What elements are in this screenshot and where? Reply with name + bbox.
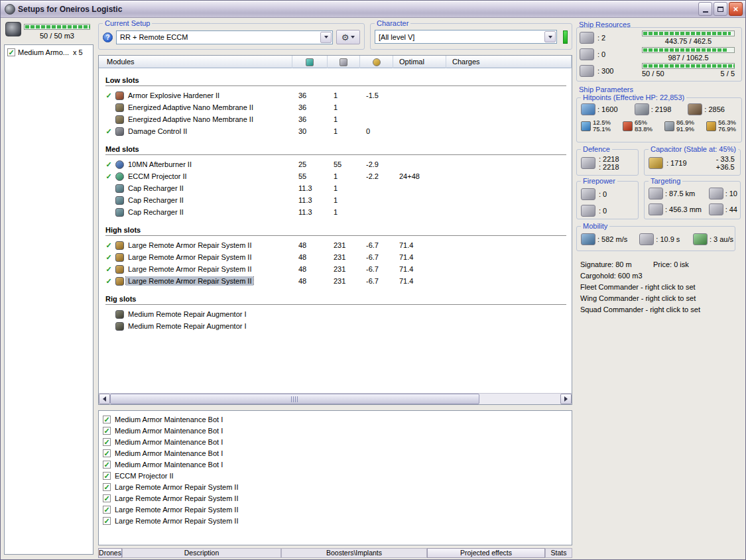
projected-item[interactable]: ✓ Large Remote Armor Repair System II [103, 515, 572, 526]
module-name[interactable]: Damage Control II [126, 127, 189, 136]
modules-column-header[interactable]: Modules [99, 56, 292, 68]
drones-panel[interactable]: ✓ Medium Armor Maintenance Bot I ✓ Mediu… [98, 410, 572, 545]
charges-column-header[interactable]: Charges [446, 56, 572, 68]
module-row[interactable]: Cap Recharger II 11.3 1 [99, 182, 572, 194]
capacitor-label: Capacitor (Stable at: 45%) [649, 145, 738, 153]
module-name[interactable]: Large Remote Armor Repair System II [126, 276, 253, 286]
module-name[interactable]: Armor Explosive Hardener II [126, 91, 221, 100]
dronebay-usage-text: 50 / 50 [642, 70, 664, 78]
ship-info-line: Fleet Commander - right click to set [580, 282, 742, 293]
modules-table-header[interactable]: Modules Optimal Charges [99, 56, 572, 68]
fitted-check-icon: ✓ [104, 265, 113, 274]
module-row[interactable]: Medium Remote Repair Augmentor I [99, 320, 572, 332]
module-row[interactable]: ✓ Large Remote Armor Repair System II 48… [99, 239, 572, 251]
scrollbar-track[interactable] [110, 394, 560, 404]
optimal-column-header[interactable]: Optimal [393, 56, 446, 68]
slot-section-header: Rig slots [105, 295, 566, 305]
modules-table-body[interactable]: Low slots ✓ Armor Explosive Hardener II … [99, 68, 572, 393]
projected-item[interactable]: ✓ Medium Armor Maintenance Bot I [103, 414, 572, 425]
module-optimal: 71.4 [393, 253, 446, 261]
modules-hscrollbar[interactable] [99, 393, 572, 404]
bottom-tab-stats[interactable]: Stats [545, 548, 572, 558]
character-combobox[interactable]: [All level V] [375, 30, 557, 44]
projected-item[interactable]: ✓ ECCM Projector II [103, 470, 572, 481]
drone-bay-list[interactable]: ✓ Medium Armo... x 5 [4, 44, 93, 555]
module-cpu: 48 [292, 277, 328, 285]
ship-info-line: Wing Commander - right click to set [580, 293, 742, 304]
close-button[interactable] [729, 2, 743, 16]
titlebar[interactable]: Setups for Oneiros Logistic [1, 1, 745, 18]
minimize-button[interactable] [698, 2, 712, 16]
cpu-column-header[interactable] [292, 56, 328, 68]
checkbox-icon[interactable]: ✓ [103, 494, 111, 502]
warp-speed-value: : 3 au/s [710, 235, 733, 243]
projected-item[interactable]: ✓ Medium Armor Maintenance Bot I [103, 447, 572, 459]
module-row[interactable]: Cap Recharger II 11.3 1 [99, 206, 572, 218]
help-icon[interactable] [103, 32, 113, 42]
scroll-right-button[interactable] [560, 394, 572, 404]
ship-info-line: Cargohold: 600 m3 [580, 270, 742, 282]
checkbox-icon[interactable]: ✓ [103, 461, 111, 469]
module-name[interactable]: Medium Remote Repair Augmentor I [126, 321, 249, 331]
checkbox-icon[interactable]: ✓ [103, 427, 111, 435]
module-name[interactable]: Cap Recharger II [126, 184, 186, 193]
maximize-button[interactable] [714, 2, 727, 16]
module-row[interactable]: ✓ Armor Explosive Hardener II 36 1 -1.5 [99, 89, 572, 101]
module-name[interactable]: Medium Remote Repair Augmentor I [126, 309, 249, 319]
capacitor-column-header[interactable] [360, 56, 393, 68]
character-combo-dropdown-icon[interactable] [544, 31, 556, 42]
drone-bay-item[interactable]: ✓ Medium Armo... x 5 [6, 46, 92, 58]
module-name[interactable]: Cap Recharger II [126, 196, 186, 205]
module-name[interactable]: Cap Recharger II [126, 207, 186, 217]
scroll-left-button[interactable] [99, 394, 110, 404]
checkbox-icon[interactable]: ✓ [103, 472, 111, 480]
damage-control-icon [115, 127, 124, 136]
module-row[interactable]: ✓ ECCM Projector II 55 1 -2.2 24+48 [99, 170, 572, 182]
module-row[interactable]: ✓ 10MN Afterburner II 25 55 -2.9 [99, 158, 572, 170]
setup-combo-dropdown-icon[interactable] [320, 32, 332, 43]
module-row[interactable]: ✓ Damage Control II 30 1 0 [99, 125, 572, 137]
module-name[interactable]: 10MN Afterburner II [126, 160, 194, 169]
scrollbar-thumb[interactable] [110, 394, 479, 404]
projected-item[interactable]: ✓ Medium Armor Maintenance Bot I [103, 425, 572, 436]
checkbox-icon[interactable]: ✓ [103, 506, 111, 514]
projected-item[interactable]: ✓ Medium Armor Maintenance Bot I [103, 436, 572, 447]
bottom-tab-boosters-implants[interactable]: Boosters\Implants [281, 548, 427, 558]
armor-icon [635, 103, 649, 115]
module-name[interactable]: Large Remote Armor Repair System II [126, 264, 253, 274]
checkbox-icon[interactable]: ✓ [103, 449, 111, 457]
module-name[interactable]: Large Remote Armor Repair System II [126, 241, 253, 250]
character-group: Character [All level V] [370, 23, 572, 50]
module-powergrid: 1 [328, 91, 360, 99]
module-row[interactable]: ✓ Large Remote Armor Repair System II 48… [99, 251, 572, 263]
checkbox-icon[interactable]: ✓ [103, 438, 111, 446]
module-row[interactable]: Energized Adaptive Nano Membrane II 36 1 [99, 113, 572, 125]
projected-item[interactable]: ✓ Large Remote Armor Repair System II [103, 481, 572, 492]
powergrid-column-header[interactable] [328, 56, 360, 68]
module-row[interactable]: Medium Remote Repair Augmentor I [99, 308, 572, 320]
checkbox-icon[interactable]: ✓ [103, 483, 111, 491]
module-optimal: 71.4 [393, 241, 446, 249]
projected-item[interactable]: ✓ Medium Armor Maintenance Bot I [103, 459, 572, 470]
module-row[interactable]: Energized Adaptive Nano Membrane II 36 1 [99, 101, 572, 113]
checkbox-icon[interactable]: ✓ [103, 416, 111, 423]
projected-item-label: Medium Armor Maintenance Bot I [115, 427, 223, 435]
module-row[interactable]: ✓ Large Remote Armor Repair System II 48… [99, 275, 572, 287]
module-cap: -2.2 [360, 172, 393, 180]
bottom-tab-drones[interactable]: Drones [98, 548, 122, 558]
module-name[interactable]: Large Remote Armor Repair System II [126, 252, 253, 262]
projected-item[interactable]: ✓ Large Remote Armor Repair System II [103, 504, 572, 515]
bottom-tab-description[interactable]: Description [122, 548, 281, 558]
module-name[interactable]: Energized Adaptive Nano Membrane II [126, 103, 255, 112]
bottom-tab-projected-effects[interactable]: Projected effects [427, 548, 545, 558]
setup-combobox[interactable]: RR + Remote ECCM [116, 30, 333, 44]
module-name[interactable]: Energized Adaptive Nano Membrane II [126, 115, 255, 124]
checkbox-icon[interactable]: ✓ [103, 517, 111, 525]
checkbox-icon[interactable]: ✓ [7, 48, 15, 56]
module-name[interactable]: ECCM Projector II [126, 172, 189, 181]
projected-item[interactable]: ✓ Large Remote Armor Repair System II [103, 492, 572, 504]
module-row[interactable]: Cap Recharger II 11.3 1 [99, 194, 572, 206]
module-row[interactable]: ✓ Large Remote Armor Repair System II 48… [99, 263, 572, 275]
setup-tools-button[interactable] [336, 30, 360, 44]
modules-panel: Modules Optimal Charges Low slots ✓ Armo… [98, 55, 572, 405]
